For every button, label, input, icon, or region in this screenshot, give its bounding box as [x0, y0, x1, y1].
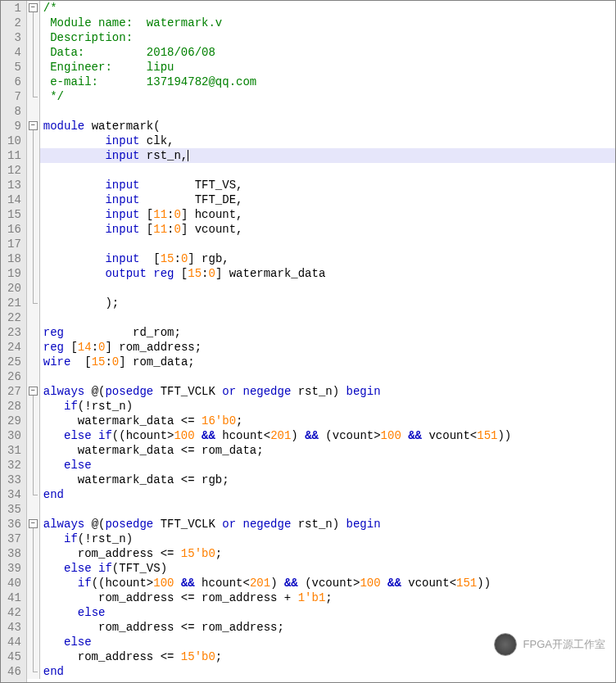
line-number: 27 — [7, 384, 21, 399]
line-number: 28 — [7, 399, 21, 414]
code-line[interactable]: rom_address <= 15'b0; — [40, 649, 615, 664]
line-number: 15 — [7, 207, 21, 222]
code-line[interactable]: reg [14:0] rom_address; — [40, 340, 615, 355]
line-number: 1 — [7, 1, 21, 16]
fold-toggle[interactable] — [29, 387, 38, 396]
code-line[interactable]: watermark_data <= rgb; — [40, 473, 615, 487]
code-line[interactable]: Data: 2018/06/08 — [40, 45, 615, 60]
code-line[interactable]: always @(posedge TFT_VCLK or negedge rst… — [40, 384, 615, 399]
code-line[interactable]: input [15:0] rgb, — [40, 251, 615, 266]
code-line[interactable]: input [11:0] hcount, — [40, 207, 615, 222]
line-number: 37 — [7, 531, 21, 546]
line-number: 3 — [7, 30, 21, 45]
line-number: 22 — [7, 310, 21, 325]
line-number: 34 — [7, 487, 21, 502]
code-line[interactable]: Engineer: lipu — [40, 60, 615, 75]
code-line[interactable]: module watermark( — [40, 119, 615, 133]
fold-toggle[interactable] — [29, 121, 38, 130]
code-line[interactable]: else — [40, 605, 615, 620]
line-number: 10 — [7, 133, 21, 148]
code-line[interactable]: if(!rst_n) — [40, 531, 615, 546]
code-line[interactable]: else if(TFT_VS) — [40, 561, 615, 576]
line-number: 31 — [7, 443, 21, 458]
code-line[interactable]: end — [40, 664, 615, 679]
line-number: 20 — [7, 281, 21, 296]
line-number: 16 — [7, 222, 21, 237]
code-line[interactable] — [40, 104, 615, 119]
code-line[interactable] — [40, 502, 615, 517]
code-line[interactable]: Module name: watermark.v — [40, 16, 615, 30]
line-number: 23 — [7, 325, 21, 340]
line-number: 21 — [7, 296, 21, 310]
line-number-gutter: 1234567891011121314151617181920212223242… — [1, 1, 27, 682]
code-line[interactable]: rom_address <= rom_address + 1'b1; — [40, 590, 615, 605]
line-number: 2 — [7, 16, 21, 30]
line-number: 29 — [7, 414, 21, 428]
fold-toggle[interactable] — [29, 3, 38, 12]
line-number: 9 — [7, 119, 21, 133]
code-line[interactable] — [40, 310, 615, 325]
text-cursor — [188, 150, 188, 161]
line-number: 30 — [7, 428, 21, 443]
line-number: 5 — [7, 60, 21, 75]
line-number: 45 — [7, 649, 21, 664]
code-line[interactable]: ); — [40, 296, 615, 310]
line-number: 40 — [7, 576, 21, 590]
line-number: 8 — [7, 104, 21, 119]
code-line[interactable]: */ — [40, 89, 615, 104]
line-number: 4 — [7, 45, 21, 60]
code-line[interactable] — [40, 281, 615, 296]
line-number: 44 — [7, 635, 21, 649]
line-number: 46 — [7, 664, 21, 679]
line-number: 35 — [7, 502, 21, 517]
line-number: 14 — [7, 192, 21, 207]
code-line[interactable] — [40, 369, 615, 384]
code-line[interactable]: if(!rst_n) — [40, 399, 615, 414]
code-line[interactable]: always @(posedge TFT_VCLK or negedge rst… — [40, 517, 615, 531]
code-line[interactable]: else — [40, 635, 615, 649]
line-number: 38 — [7, 546, 21, 561]
code-line[interactable]: if((hcount>100 && hcount<201) && (vcount… — [40, 576, 615, 590]
code-line[interactable]: /* — [40, 1, 615, 16]
line-number: 33 — [7, 473, 21, 487]
line-number: 17 — [7, 237, 21, 251]
code-line[interactable] — [40, 237, 615, 251]
code-line[interactable]: watermark_data <= rom_data; — [40, 443, 615, 458]
line-number: 43 — [7, 620, 21, 635]
line-number: 11 — [7, 148, 21, 163]
line-number: 41 — [7, 590, 21, 605]
line-number: 13 — [7, 178, 21, 192]
line-number: 18 — [7, 251, 21, 266]
code-line[interactable]: input rst_n, — [40, 148, 615, 163]
line-number: 32 — [7, 458, 21, 473]
code-line[interactable]: end — [40, 487, 615, 502]
code-line[interactable]: reg rd_rom; — [40, 325, 615, 340]
line-number: 36 — [7, 517, 21, 531]
code-line[interactable] — [40, 163, 615, 178]
code-line[interactable]: input clk, — [40, 133, 615, 148]
line-number: 12 — [7, 163, 21, 178]
code-line[interactable]: e-mail: 137194782@qq.com — [40, 75, 615, 89]
line-number: 42 — [7, 605, 21, 620]
code-line[interactable]: rom_address <= rom_address; — [40, 620, 615, 635]
code-line[interactable]: rom_address <= 15'b0; — [40, 546, 615, 561]
code-line[interactable]: input TFT_DE, — [40, 192, 615, 207]
line-number: 6 — [7, 75, 21, 89]
code-line[interactable]: wire [15:0] rom_data; — [40, 355, 615, 369]
line-number: 24 — [7, 340, 21, 355]
line-number: 25 — [7, 355, 21, 369]
code-line[interactable]: input [11:0] vcount, — [40, 222, 615, 237]
code-line[interactable]: else — [40, 458, 615, 473]
code-line[interactable]: output reg [15:0] watermark_data — [40, 266, 615, 281]
code-line[interactable]: watermark_data <= 16'b0; — [40, 414, 615, 428]
code-line[interactable]: input TFT_VS, — [40, 178, 615, 192]
code-area[interactable]: /* Module name: watermark.v Description:… — [40, 1, 615, 682]
line-number: 26 — [7, 369, 21, 384]
code-line[interactable]: Description: — [40, 30, 615, 45]
code-line[interactable]: else if((hcount>100 && hcount<201) && (v… — [40, 428, 615, 443]
code-editor[interactable]: 1234567891011121314151617181920212223242… — [0, 0, 616, 683]
line-number: 7 — [7, 89, 21, 104]
line-number: 19 — [7, 266, 21, 281]
fold-gutter[interactable] — [27, 1, 40, 679]
fold-toggle[interactable] — [29, 519, 38, 528]
